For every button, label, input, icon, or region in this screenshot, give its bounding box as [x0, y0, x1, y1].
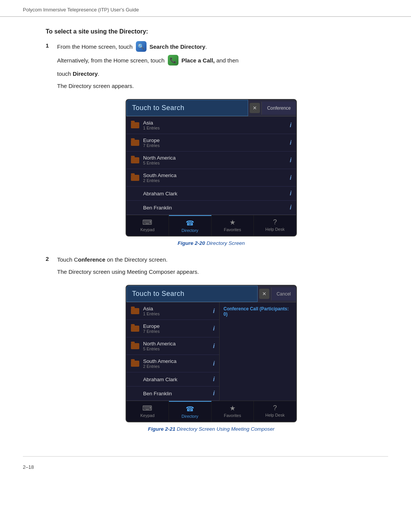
- page-number: 2–18: [23, 464, 34, 470]
- nav-directory-2[interactable]: ☎ Directory: [169, 401, 212, 422]
- list-item[interactable]: Ben Franklin i: [126, 387, 219, 401]
- info-icon[interactable]: i: [290, 204, 292, 211]
- search-input-2[interactable]: Touch to Search: [126, 286, 258, 302]
- directory-screen-2[interactable]: Touch to Search ✕ Cancel Asia: [126, 285, 297, 422]
- step-1-number: 1: [46, 42, 57, 49]
- folder-icon: [131, 174, 139, 181]
- directory-icon: ☎: [186, 219, 194, 227]
- cancel-button-2[interactable]: Cancel: [271, 288, 296, 300]
- info-icon[interactable]: i: [290, 139, 292, 146]
- search-directory-icon: 🔍: [136, 41, 147, 52]
- list-item[interactable]: North America 5 Entries i: [126, 337, 219, 355]
- info-icon[interactable]: i: [213, 360, 215, 367]
- info-icon[interactable]: i: [290, 174, 292, 181]
- nav-keypad-2[interactable]: ⌨ Keypad: [126, 401, 169, 422]
- list-item[interactable]: Europe 7 Entries i: [126, 134, 296, 152]
- person-icon: [131, 376, 139, 383]
- list-item[interactable]: Ben Franklin i: [126, 201, 296, 215]
- search-clear-btn-2[interactable]: ✕: [259, 289, 269, 299]
- step-2-line1: Touch Conference on the Directory screen…: [57, 255, 365, 264]
- figure-2-caption: Figure 2-21 Directory Screen Using Meeti…: [148, 426, 274, 432]
- nav-keypad-1[interactable]: ⌨ Keypad: [126, 215, 169, 236]
- info-icon[interactable]: i: [213, 390, 215, 397]
- search-clear-btn-1[interactable]: ✕: [250, 103, 260, 113]
- header-text: Polycom Immersive Telepresence (ITP) Use…: [23, 7, 139, 13]
- folder-icon: [131, 343, 139, 350]
- page-header: Polycom Immersive Telepresence (ITP) Use…: [0, 0, 411, 17]
- directory-icon: ☎: [186, 405, 194, 413]
- place-call-icon: 📞: [168, 55, 178, 66]
- nav-favorites-2[interactable]: ★ Favorites: [212, 401, 254, 422]
- conference-header: Conference Call (Participants: 0): [223, 306, 292, 317]
- step-2-line2: The Directory screen using Meeting Compo…: [57, 267, 365, 276]
- nav-helpdesk-1[interactable]: ? Help Desk: [254, 215, 296, 236]
- folder-icon: [131, 139, 139, 146]
- folder-icon: [131, 308, 139, 315]
- figure-1-container: Touch to Search ✕ Conference Asia 1 Entr…: [57, 99, 365, 246]
- person-icon: [131, 204, 139, 211]
- person-icon: [131, 390, 139, 397]
- dir-split-2: Asia 1 Entries i Europe 7 Entries: [126, 302, 296, 401]
- searchbar-1: Touch to Search ✕ Conference: [126, 100, 296, 117]
- info-icon[interactable]: i: [213, 343, 215, 350]
- search-input-1[interactable]: Touch to Search: [126, 100, 248, 116]
- step-1-line1: From the Home screen, touch 🔍 Search the…: [57, 42, 365, 53]
- keypad-icon: ⌨: [142, 218, 152, 227]
- step-1: 1 From the Home screen, touch 🔍 Search t…: [46, 42, 365, 250]
- searchbar-2: Touch to Search ✕ Cancel: [126, 286, 296, 302]
- conference-button-1[interactable]: Conference: [261, 102, 296, 115]
- nav-favorites-1[interactable]: ★ Favorites: [212, 215, 254, 236]
- dir-entries-1: Asia 1 Entries i Europe 7 Entries i: [126, 117, 296, 215]
- main-content: To select a site using the Directory: 1 …: [0, 17, 411, 456]
- helpdesk-icon: ?: [273, 218, 277, 226]
- info-icon[interactable]: i: [290, 157, 292, 164]
- favorites-icon: ★: [229, 404, 236, 412]
- step-2: 2 Touch Conference on the Directory scre…: [46, 255, 365, 436]
- nav-helpdesk-2[interactable]: ? Help Desk: [254, 401, 296, 422]
- step-1-line3: touch Directory.: [57, 69, 365, 78]
- info-icon[interactable]: i: [213, 308, 215, 315]
- bottom-nav-2: ⌨ Keypad ☎ Directory ★ Favorites ?: [126, 401, 296, 422]
- list-item[interactable]: North America 5 Entries i: [126, 152, 296, 169]
- folder-icon: [131, 360, 139, 367]
- page-footer: 2–18: [0, 457, 411, 478]
- dir-left-panel-2: Asia 1 Entries i Europe 7 Entries: [126, 302, 220, 401]
- folder-icon: [131, 325, 139, 332]
- info-icon[interactable]: i: [213, 376, 215, 383]
- list-item[interactable]: Asia 1 Entries i: [126, 302, 219, 320]
- helpdesk-icon: ?: [273, 404, 277, 412]
- folder-icon: [131, 157, 139, 164]
- list-item[interactable]: Asia 1 Entries i: [126, 117, 296, 134]
- figure-2-container: Touch to Search ✕ Cancel Asia: [57, 285, 365, 432]
- step-1-line2: Alternatively, from the Home screen, tou…: [57, 56, 365, 66]
- conference-panel-2: Conference Call (Participants: 0): [220, 302, 296, 401]
- person-icon: [131, 190, 139, 197]
- step-2-content: Touch Conference on the Directory screen…: [57, 255, 365, 436]
- step-1-content: From the Home screen, touch 🔍 Search the…: [57, 42, 365, 250]
- section-heading: To select a site using the Directory:: [46, 28, 365, 35]
- info-icon[interactable]: i: [290, 122, 292, 129]
- list-item[interactable]: South America 2 Entries i: [126, 169, 296, 187]
- list-item[interactable]: Europe 7 Entries i: [126, 320, 219, 337]
- figure-1-caption: Figure 2-20 Directory Screen: [178, 240, 245, 246]
- list-item[interactable]: Abraham Clark i: [126, 187, 296, 201]
- folder-icon: [131, 122, 139, 129]
- info-icon[interactable]: i: [290, 190, 292, 197]
- info-icon[interactable]: i: [213, 325, 215, 332]
- step-2-number: 2: [46, 255, 57, 262]
- step-1-line4: The Directory screen appears.: [57, 81, 365, 91]
- keypad-icon: ⌨: [142, 404, 152, 412]
- favorites-icon: ★: [229, 218, 236, 227]
- list-item[interactable]: South America 2 Entries i: [126, 355, 219, 372]
- bottom-nav-1: ⌨ Keypad ☎ Directory ★ Favorites ?: [126, 215, 296, 236]
- directory-screen-1[interactable]: Touch to Search ✕ Conference Asia 1 Entr…: [126, 99, 297, 236]
- nav-directory-1[interactable]: ☎ Directory: [169, 215, 212, 236]
- list-item[interactable]: Abraham Clark i: [126, 372, 219, 387]
